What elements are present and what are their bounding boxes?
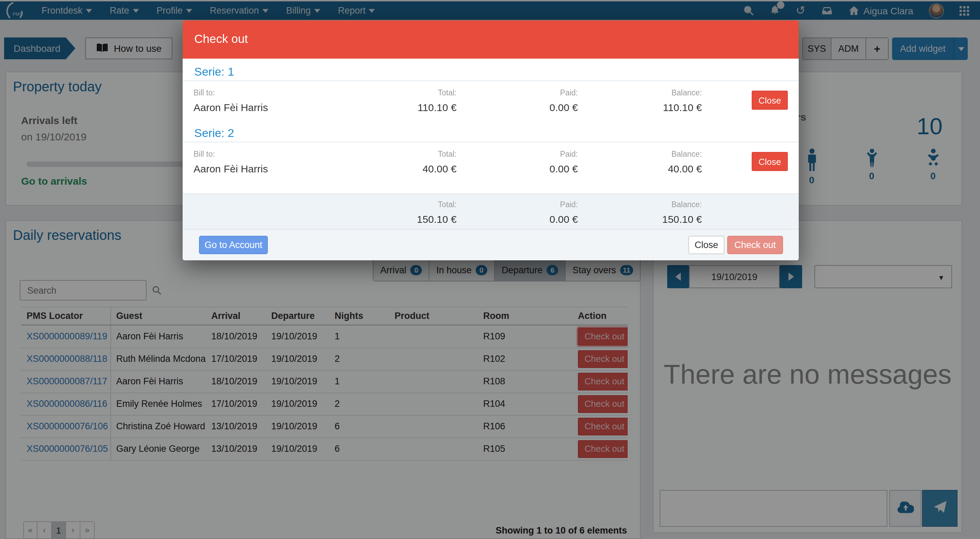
paid-value: 0.00 € [550, 163, 578, 175]
paid-value: 0.00 € [550, 102, 578, 113]
go-to-account-button[interactable]: Go to Account [199, 236, 268, 254]
divider [183, 80, 799, 81]
serie-1-heading: Serie: 1 [194, 65, 234, 79]
modal-footer: Go to Account Close Check out [183, 230, 799, 260]
balance-value: 40.00 € [668, 163, 702, 175]
modal-close-button[interactable]: Close [688, 236, 724, 254]
paid-value: 0.00 € [550, 213, 578, 225]
total-label: Total: [438, 200, 457, 208]
serie-2-heading: Serie: 2 [194, 127, 234, 140]
total-label: Total: [438, 150, 457, 158]
modal-header: Check out [183, 21, 799, 59]
total-label: Total: [438, 89, 457, 97]
bill-to-label: Bill to: [194, 150, 341, 158]
balance-label: Balance: [671, 200, 702, 208]
modal-summary: Total: 150.10 € Paid: 0.00 € Balance: 15… [183, 194, 799, 230]
paid-label: Paid: [560, 200, 578, 208]
serie-1-row: Bill to: Aaron Fèi Harris Total: 110.10 … [194, 89, 788, 113]
serie-2-close-button[interactable]: Close [752, 152, 788, 171]
total-value: 150.10 € [417, 213, 457, 225]
balance-value: 110.10 € [663, 102, 702, 113]
paid-label: Paid: [560, 150, 578, 158]
balance-label: Balance: [671, 89, 702, 97]
modal-title: Check out [194, 32, 248, 46]
bill-to-value: Aaron Fèi Harris [194, 102, 341, 113]
bill-to-label: Bill to: [194, 89, 341, 97]
total-value: 40.00 € [423, 163, 457, 175]
app-root: PMS Frontdesk Rate Profile Reservation B… [0, 0, 980, 539]
balance-label: Balance: [671, 150, 702, 158]
divider [183, 142, 799, 142]
modal-check-out-button[interactable]: Check out [727, 236, 783, 254]
balance-value: 150.10 € [662, 213, 702, 225]
serie-2-row: Bill to: Aaron Fèi Harris Total: 40.00 €… [194, 150, 788, 175]
serie-1-close-button[interactable]: Close [752, 91, 788, 110]
bill-to-value: Aaron Fèi Harris [194, 163, 341, 175]
total-value: 110.10 € [417, 102, 457, 113]
summary-row: Total: 150.10 € Paid: 0.00 € Balance: 15… [194, 200, 788, 225]
check-out-modal: Check out Serie: 1 Bill to: Aaron Fèi Ha… [183, 21, 799, 260]
paid-label: Paid: [560, 89, 578, 97]
